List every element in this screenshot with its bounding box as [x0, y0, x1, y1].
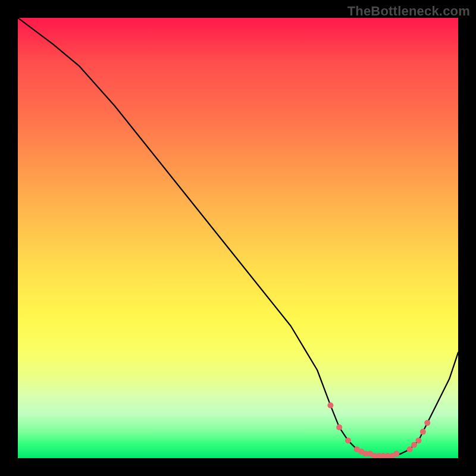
curve-marker [415, 437, 421, 443]
curve-marker [393, 451, 399, 457]
curve-marker [411, 442, 417, 448]
curve-marker [336, 424, 342, 430]
bottleneck-curve-svg [18, 18, 458, 458]
plot-area [18, 18, 458, 458]
curve-marker [345, 437, 351, 443]
curve-marker [327, 402, 333, 408]
curve-marker [424, 420, 430, 426]
watermark-label: TheBottleneck.com [347, 4, 470, 19]
curve-marker [420, 429, 426, 435]
bottleneck-curve-path [18, 18, 458, 456]
marker-group [327, 402, 430, 458]
chart-frame: TheBottleneck.com [0, 0, 476, 476]
curve-marker [407, 446, 413, 452]
